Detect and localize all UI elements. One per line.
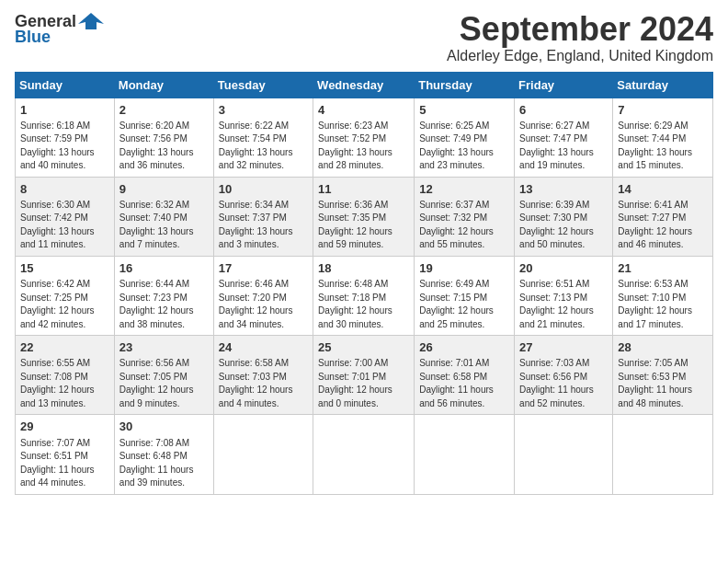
calendar-cell: 16Sunrise: 6:44 AMSunset: 7:23 PMDayligh… (114, 256, 213, 335)
dow-header-saturday: Saturday (613, 72, 713, 98)
calendar-cell: 26Sunrise: 7:01 AMSunset: 6:58 PMDayligh… (415, 336, 515, 415)
day-number: 17 (219, 260, 308, 277)
day-info: Sunrise: 6:48 AMSunset: 7:18 PMDaylight:… (318, 278, 409, 331)
calendar-cell: 1Sunrise: 6:18 AMSunset: 7:59 PMDaylight… (16, 98, 115, 177)
day-info: Sunrise: 6:42 AMSunset: 7:25 PMDaylight:… (20, 278, 109, 331)
calendar-cell: 19Sunrise: 6:49 AMSunset: 7:15 PMDayligh… (415, 256, 515, 335)
month-title: September 2024 (447, 11, 713, 48)
calendar-cell: 30Sunrise: 7:08 AMSunset: 6:48 PMDayligh… (114, 415, 213, 494)
calendar-cell: 4Sunrise: 6:23 AMSunset: 7:52 PMDaylight… (313, 98, 415, 177)
day-number: 25 (318, 339, 409, 356)
day-info: Sunrise: 7:05 AMSunset: 6:53 PMDaylight:… (618, 357, 708, 410)
dow-header-thursday: Thursday (415, 72, 515, 98)
day-number: 24 (219, 339, 308, 356)
day-info: Sunrise: 7:01 AMSunset: 6:58 PMDaylight:… (419, 357, 509, 410)
week-row-4: 22Sunrise: 6:55 AMSunset: 7:08 PMDayligh… (16, 336, 713, 415)
logo: General Blue (15, 11, 104, 47)
calendar-cell: 14Sunrise: 6:41 AMSunset: 7:27 PMDayligh… (613, 177, 713, 256)
day-number: 4 (318, 102, 409, 119)
day-info: Sunrise: 6:39 AMSunset: 7:30 PMDaylight:… (519, 199, 608, 252)
day-number: 22 (20, 339, 109, 356)
calendar-cell (613, 415, 713, 494)
day-number: 18 (318, 260, 409, 277)
day-info: Sunrise: 6:36 AMSunset: 7:35 PMDaylight:… (318, 199, 409, 252)
day-number: 20 (519, 260, 608, 277)
calendar-cell: 21Sunrise: 6:53 AMSunset: 7:10 PMDayligh… (613, 256, 713, 335)
calendar-cell: 27Sunrise: 7:03 AMSunset: 6:56 PMDayligh… (515, 336, 613, 415)
days-of-week-row: SundayMondayTuesdayWednesdayThursdayFrid… (16, 72, 713, 98)
calendar-cell: 9Sunrise: 6:32 AMSunset: 7:40 PMDaylight… (114, 177, 213, 256)
title-area: September 2024 Alderley Edge, England, U… (447, 11, 713, 64)
dow-header-tuesday: Tuesday (213, 72, 313, 98)
day-number: 2 (119, 102, 209, 119)
day-number: 9 (119, 181, 209, 198)
day-number: 27 (519, 339, 608, 356)
calendar-cell: 2Sunrise: 6:20 AMSunset: 7:56 PMDaylight… (114, 98, 213, 177)
day-number: 1 (20, 102, 109, 119)
calendar-cell: 15Sunrise: 6:42 AMSunset: 7:25 PMDayligh… (16, 256, 115, 335)
day-info: Sunrise: 7:03 AMSunset: 6:56 PMDaylight:… (519, 357, 608, 410)
day-number: 19 (419, 260, 509, 277)
day-number: 30 (119, 419, 209, 435)
day-info: Sunrise: 7:08 AMSunset: 6:48 PMDaylight:… (119, 437, 209, 490)
dow-header-monday: Monday (114, 72, 213, 98)
day-info: Sunrise: 6:51 AMSunset: 7:13 PMDaylight:… (519, 278, 608, 331)
week-row-1: 1Sunrise: 6:18 AMSunset: 7:59 PMDaylight… (16, 98, 713, 177)
day-info: Sunrise: 6:37 AMSunset: 7:32 PMDaylight:… (419, 199, 509, 252)
day-info: Sunrise: 6:41 AMSunset: 7:27 PMDaylight:… (618, 199, 708, 252)
day-info: Sunrise: 6:53 AMSunset: 7:10 PMDaylight:… (618, 278, 708, 331)
calendar-cell: 17Sunrise: 6:46 AMSunset: 7:20 PMDayligh… (213, 256, 313, 335)
day-number: 11 (318, 181, 409, 198)
day-number: 23 (119, 339, 209, 356)
day-number: 28 (618, 339, 708, 356)
logo-blue-text: Blue (15, 28, 51, 47)
calendar-cell: 18Sunrise: 6:48 AMSunset: 7:18 PMDayligh… (313, 256, 415, 335)
day-number: 29 (20, 419, 109, 435)
calendar-cell: 25Sunrise: 7:00 AMSunset: 7:01 PMDayligh… (313, 336, 415, 415)
calendar-cell: 10Sunrise: 6:34 AMSunset: 7:37 PMDayligh… (213, 177, 313, 256)
day-info: Sunrise: 6:46 AMSunset: 7:20 PMDaylight:… (219, 278, 308, 331)
day-number: 10 (219, 181, 308, 198)
day-info: Sunrise: 6:18 AMSunset: 7:59 PMDaylight:… (20, 120, 109, 173)
calendar-cell: 20Sunrise: 6:51 AMSunset: 7:13 PMDayligh… (515, 256, 613, 335)
day-info: Sunrise: 7:00 AMSunset: 7:01 PMDaylight:… (318, 357, 409, 410)
week-row-5: 29Sunrise: 7:07 AMSunset: 6:51 PMDayligh… (16, 415, 713, 494)
calendar-cell: 6Sunrise: 6:27 AMSunset: 7:47 PMDaylight… (515, 98, 613, 177)
calendar-cell (213, 415, 313, 494)
day-info: Sunrise: 6:32 AMSunset: 7:40 PMDaylight:… (119, 199, 209, 252)
calendar-cell: 24Sunrise: 6:58 AMSunset: 7:03 PMDayligh… (213, 336, 313, 415)
day-number: 21 (618, 260, 708, 277)
logo-bird-icon (78, 11, 104, 31)
dow-header-friday: Friday (515, 72, 613, 98)
day-info: Sunrise: 6:58 AMSunset: 7:03 PMDaylight:… (219, 357, 308, 410)
calendar-cell: 22Sunrise: 6:55 AMSunset: 7:08 PMDayligh… (16, 336, 115, 415)
day-number: 12 (419, 181, 509, 198)
location: Alderley Edge, England, United Kingdom (447, 48, 713, 64)
calendar-cell: 23Sunrise: 6:56 AMSunset: 7:05 PMDayligh… (114, 336, 213, 415)
dow-header-wednesday: Wednesday (313, 72, 415, 98)
svg-marker-0 (78, 13, 104, 29)
day-number: 5 (419, 102, 509, 119)
day-number: 13 (519, 181, 608, 198)
dow-header-sunday: Sunday (16, 72, 115, 98)
day-number: 7 (618, 102, 708, 119)
day-number: 8 (20, 181, 109, 198)
day-info: Sunrise: 6:29 AMSunset: 7:44 PMDaylight:… (618, 120, 708, 173)
day-info: Sunrise: 6:49 AMSunset: 7:15 PMDaylight:… (419, 278, 509, 331)
calendar-cell: 3Sunrise: 6:22 AMSunset: 7:54 PMDaylight… (213, 98, 313, 177)
day-info: Sunrise: 6:25 AMSunset: 7:49 PMDaylight:… (419, 120, 509, 173)
day-number: 16 (119, 260, 209, 277)
day-info: Sunrise: 6:23 AMSunset: 7:52 PMDaylight:… (318, 120, 409, 173)
calendar-cell: 13Sunrise: 6:39 AMSunset: 7:30 PMDayligh… (515, 177, 613, 256)
calendar-cell: 28Sunrise: 7:05 AMSunset: 6:53 PMDayligh… (613, 336, 713, 415)
day-info: Sunrise: 6:20 AMSunset: 7:56 PMDaylight:… (119, 120, 209, 173)
calendar-cell: 7Sunrise: 6:29 AMSunset: 7:44 PMDaylight… (613, 98, 713, 177)
day-info: Sunrise: 6:56 AMSunset: 7:05 PMDaylight:… (119, 357, 209, 410)
day-number: 14 (618, 181, 708, 198)
day-number: 15 (20, 260, 109, 277)
calendar-body: 1Sunrise: 6:18 AMSunset: 7:59 PMDaylight… (16, 98, 713, 494)
day-info: Sunrise: 6:44 AMSunset: 7:23 PMDaylight:… (119, 278, 209, 331)
day-number: 3 (219, 102, 308, 119)
day-info: Sunrise: 6:22 AMSunset: 7:54 PMDaylight:… (219, 120, 308, 173)
calendar-cell (313, 415, 415, 494)
